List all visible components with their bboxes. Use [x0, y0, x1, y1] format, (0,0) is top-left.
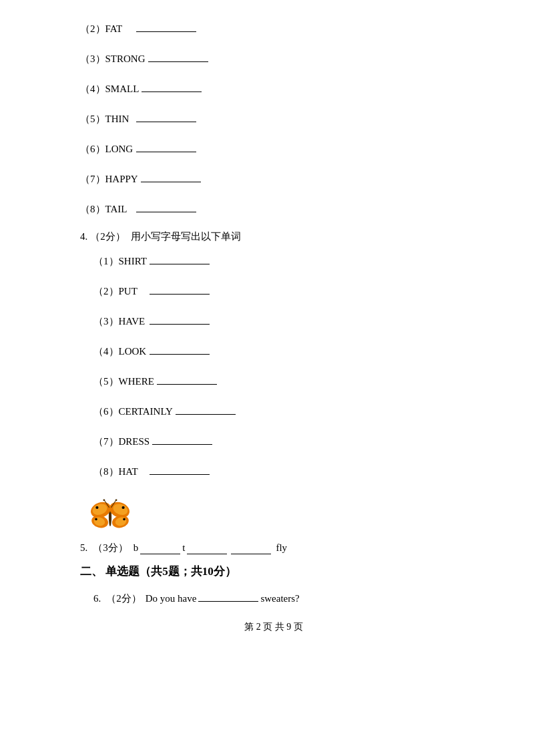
q4-item-have: （3）HAVE [93, 313, 467, 331]
item-happy-blank[interactable] [141, 170, 201, 182]
q4-dress-label: （7）DRESS [93, 433, 150, 451]
q5-blank1[interactable] [140, 542, 180, 554]
item-tail: （8）TAIL [80, 200, 467, 218]
q5-mid1: t [182, 542, 185, 554]
q6-blank[interactable] [198, 590, 258, 602]
q4-num: 4. [80, 231, 87, 242]
svg-point-10 [122, 506, 125, 509]
q4-item-look: （4）LOOK [93, 343, 467, 361]
q4-put-blank[interactable] [150, 282, 210, 295]
section2-title: 二、 单选题（共5题；共10分） [80, 564, 467, 579]
butterfly-icon [87, 493, 134, 536]
item-strong: （3）STRONG [80, 50, 467, 68]
q4-dress-blank[interactable] [152, 433, 212, 445]
butterfly-image-container [80, 493, 467, 536]
item-tail-label: （8）TAIL [80, 200, 134, 218]
svg-point-12 [123, 518, 125, 521]
q4-hat-label: （8）HAT [93, 463, 147, 481]
item-fat-blank[interactable] [136, 20, 196, 32]
item-small: （4）SMALL [80, 80, 467, 98]
q4-item-where: （5）WHERE [93, 373, 467, 391]
svg-point-9 [95, 506, 98, 509]
q4-item-hat: （8）HAT [93, 463, 467, 481]
item-long: （6）LONG [80, 140, 467, 158]
question-5: 5. （3分） b t fly [80, 542, 467, 554]
q4-score: （2分） [90, 230, 125, 243]
item-fat: （2）FAT [80, 20, 467, 38]
page-footer: 第 2 页 共 9 页 [80, 621, 467, 633]
q4-where-blank[interactable] [157, 373, 217, 385]
page-number: 第 2 页 共 9 页 [244, 622, 303, 632]
svg-point-11 [95, 518, 97, 521]
item-tail-blank[interactable] [136, 200, 196, 212]
q4-have-label: （3）HAVE [93, 313, 147, 331]
q4-where-label: （5）WHERE [93, 373, 154, 391]
q4-have-blank[interactable] [150, 313, 210, 325]
q4-certainly-blank[interactable] [176, 403, 236, 415]
q4-look-label: （4）LOOK [93, 343, 147, 361]
q5-score: （3分） [93, 542, 128, 554]
q4-text: 用小写字母写出以下单词 [131, 230, 241, 243]
q6-suffix: sweaters? [260, 590, 299, 608]
svg-point-16 [115, 499, 117, 501]
q4-item-dress: （7）DRESS [93, 433, 467, 451]
item-happy: （7）HAPPY [80, 170, 467, 188]
item-thin-blank[interactable] [136, 110, 196, 122]
q4-item-shirt: （1）SHIRT [93, 252, 467, 270]
q4-shirt-label: （1）SHIRT [93, 252, 147, 270]
q6-score: （2分） [106, 590, 142, 608]
q5-blank3[interactable] [231, 542, 271, 554]
item-long-blank[interactable] [136, 140, 196, 152]
q4-look-blank[interactable] [150, 343, 210, 355]
item-fat-label: （2）FAT [80, 20, 134, 38]
q5-num: 5. [80, 542, 87, 554]
q4-certainly-label: （6）CERTAINLY [93, 403, 173, 421]
item-strong-blank[interactable] [148, 50, 208, 62]
q6-num: 6. [93, 590, 101, 608]
item-small-label: （4）SMALL [80, 80, 139, 98]
q4-header: 4. （2分） 用小写字母写出以下单词 [80, 230, 467, 243]
q4-shirt-blank[interactable] [150, 252, 210, 264]
q4-item-certainly: （6）CERTAINLY [93, 403, 467, 421]
item-happy-label: （7）HAPPY [80, 170, 138, 188]
q4-put-label: （2）PUT [93, 282, 147, 301]
question-6: 6. （2分） Do you have sweaters? [93, 590, 467, 608]
item-strong-label: （3）STRONG [80, 50, 146, 68]
item-thin: （5）THIN [80, 110, 467, 128]
question-4: 4. （2分） 用小写字母写出以下单词 （1）SHIRT （2）PUT （3）H… [80, 230, 467, 481]
q4-hat-blank[interactable] [150, 463, 210, 475]
q5-blank2[interactable] [187, 542, 227, 554]
q5-prefix: b [134, 542, 139, 554]
q4-item-put: （2）PUT [93, 282, 467, 301]
q6-text: Do you have [146, 590, 197, 608]
q5-suffix: fly [276, 542, 287, 554]
item-small-blank[interactable] [142, 80, 202, 92]
item-thin-label: （5）THIN [80, 110, 134, 128]
svg-point-14 [103, 499, 105, 501]
item-long-label: （6）LONG [80, 140, 134, 158]
